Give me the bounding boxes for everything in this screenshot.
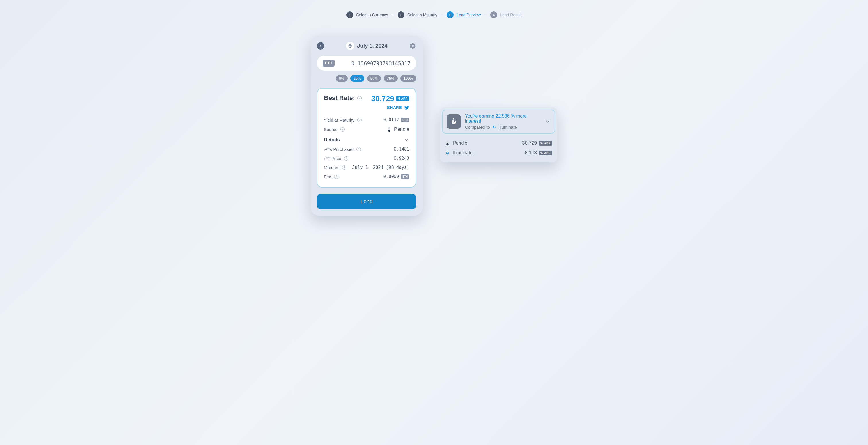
svg-point-2 — [446, 141, 448, 143]
chevron-down-icon — [404, 137, 409, 142]
svg-point-0 — [388, 127, 391, 129]
details-label: Details — [324, 137, 340, 143]
compare-illuminate-label: Illuminate: — [453, 150, 474, 156]
rate-panel: Best Rate: ? 30.729 % APR SHARE Yield at… — [317, 88, 416, 187]
lend-button[interactable]: Lend — [317, 194, 416, 209]
compare-pendle-label: Pendle: — [453, 140, 468, 146]
details-toggle[interactable]: Details — [324, 134, 409, 144]
gear-icon — [409, 42, 416, 49]
step-3-label: Lend Preview — [456, 12, 481, 17]
fee-value: 0.0000 — [383, 174, 399, 179]
help-icon[interactable]: ? — [344, 156, 348, 161]
share-label: SHARE — [387, 105, 402, 110]
source-row: Source: ? Pendle — [324, 125, 409, 134]
amount-input-box: ETH — [317, 56, 416, 71]
matures-label: Matures: — [324, 165, 340, 170]
matures-value: July 1, 2024 (98 days) — [352, 165, 409, 170]
currency-badge: ETH — [322, 60, 335, 67]
lend-preview-card: July 1, 2024 ETH 0% 25% 50% 75% 100% Bes… — [311, 36, 423, 216]
svg-point-1 — [388, 130, 391, 132]
yield-label: Yield at Maturity: — [324, 117, 355, 123]
matures-row: Matures: ? July 1, 2024 (98 days) — [324, 163, 409, 172]
ipt-price-value: 0.9243 — [394, 156, 409, 161]
ipts-row: iPTs Purchased: ? 0.1481 — [324, 144, 409, 154]
step-2-label: Select a Maturity — [407, 12, 437, 17]
ipts-value: 0.1481 — [394, 146, 409, 152]
source-value: Pendle — [394, 127, 409, 132]
percent-50-button[interactable]: 50% — [367, 75, 381, 82]
apr-badge: % APR — [539, 141, 552, 146]
chevron-down-icon[interactable] — [545, 119, 551, 125]
help-icon[interactable]: ? — [356, 147, 361, 151]
compare-subline: Compared to Illuminate — [465, 125, 541, 130]
svg-point-3 — [446, 143, 448, 146]
twitter-icon — [404, 105, 409, 110]
help-icon[interactable]: ? — [358, 96, 362, 100]
best-rate-title: Best Rate: ? — [324, 94, 362, 102]
apr-badge: % APR — [539, 150, 552, 156]
pendle-icon — [445, 140, 450, 146]
flame-icon — [445, 150, 450, 156]
yield-row: Yield at Maturity: ? 0.0112 ETH — [324, 115, 409, 125]
share-button[interactable]: SHARE — [324, 105, 409, 110]
step-3-num: 3 — [446, 11, 454, 19]
yield-value: 0.0112 — [383, 117, 399, 123]
card-header: July 1, 2024 — [317, 42, 416, 50]
amount-input[interactable] — [338, 60, 410, 66]
flame-icon — [450, 117, 458, 126]
eth-tag: ETH — [401, 174, 409, 179]
best-rate-label: Best Rate: — [324, 94, 355, 102]
compare-subline-name: Illuminate — [499, 125, 517, 130]
flame-box-icon — [446, 114, 461, 129]
flame-icon — [492, 125, 497, 130]
maturity-date: July 1, 2024 — [357, 43, 388, 49]
ipts-label: iPTs Purchased: — [324, 147, 355, 152]
ipt-price-row: iPT Price: ? 0.9243 — [324, 154, 409, 163]
step-1-label: Select a Currency — [356, 12, 388, 17]
stepper: 1 Select a Currency – 2 Select a Maturit… — [0, 11, 868, 19]
help-icon[interactable]: ? — [334, 175, 338, 179]
step-1[interactable]: 1 Select a Currency — [346, 11, 388, 19]
step-2-num: 2 — [398, 11, 404, 19]
help-icon[interactable]: ? — [358, 118, 362, 122]
percent-25-button[interactable]: 25% — [350, 75, 364, 82]
compare-row-illuminate: Illuminate: 8.193 % APR — [445, 148, 552, 158]
compare-illuminate-value: 8.193 — [525, 150, 537, 156]
comparison-card: You're earning 22.536 % more interest! C… — [440, 107, 557, 162]
eth-tag: ETH — [401, 117, 409, 123]
best-rate-value: 30.729 % APR — [371, 94, 409, 103]
settings-button[interactable] — [409, 42, 416, 49]
step-4-num: 4 — [490, 11, 497, 19]
percent-100-button[interactable]: 100% — [400, 75, 416, 82]
help-icon[interactable]: ? — [340, 127, 345, 132]
step-1-num: 1 — [346, 11, 353, 19]
step-separator: – — [392, 12, 394, 18]
fee-row: Fee: ? 0.0000 ETH — [324, 172, 409, 181]
step-2[interactable]: 2 Select a Maturity — [398, 11, 437, 19]
rate-number: 30.729 — [371, 94, 394, 103]
compare-pendle-value: 30.729 — [522, 140, 537, 146]
percent-0-button[interactable]: 0% — [336, 75, 348, 82]
comparison-header: You're earning 22.536 % more interest! C… — [442, 109, 555, 134]
help-icon[interactable]: ? — [342, 165, 346, 170]
apr-badge: % APR — [396, 96, 409, 101]
eth-icon — [346, 42, 354, 50]
fee-label: Fee: — [324, 174, 332, 179]
compare-headline: You're earning 22.536 % more interest! — [465, 113, 541, 124]
percent-row: 0% 25% 50% 75% 100% — [317, 75, 416, 82]
back-button[interactable] — [317, 42, 324, 49]
step-4[interactable]: 4 Lend Result — [490, 11, 522, 19]
chevron-left-icon — [319, 44, 322, 47]
step-separator: – — [484, 12, 487, 18]
step-4-label: Lend Result — [500, 12, 522, 17]
compare-row-pendle: Pendle: 30.729 % APR — [445, 138, 552, 148]
percent-75-button[interactable]: 75% — [384, 75, 398, 82]
step-3[interactable]: 3 Lend Preview — [446, 11, 481, 19]
ipt-price-label: iPT Price: — [324, 156, 342, 161]
step-separator: – — [441, 12, 443, 18]
source-label: Source: — [324, 127, 339, 132]
header-title: July 1, 2024 — [346, 42, 388, 50]
compare-subline-prefix: Compared to — [465, 125, 490, 130]
pendle-icon — [386, 127, 392, 132]
